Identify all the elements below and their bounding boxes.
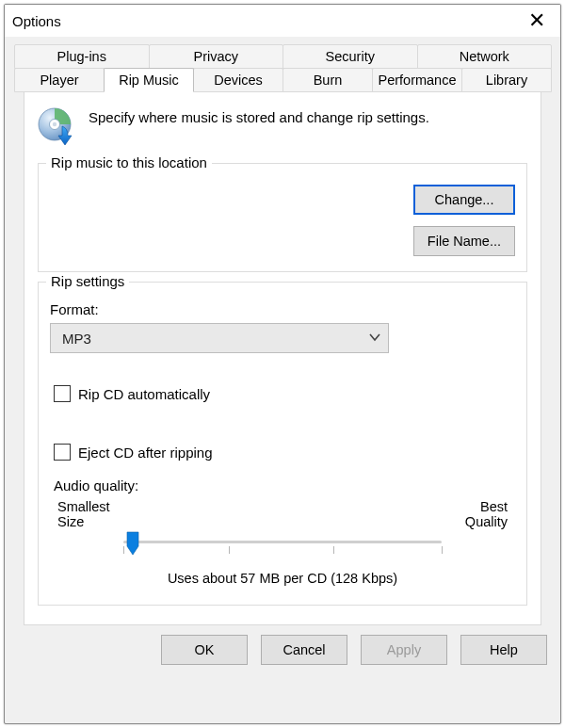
tab-network[interactable]: Network (417, 44, 553, 69)
tab-burn[interactable]: Burn (282, 68, 373, 92)
tab-devices[interactable]: Devices (193, 68, 283, 92)
window-title: Options (12, 13, 521, 29)
file-name-button[interactable]: File Name... (413, 226, 515, 256)
dialog-buttons: OK Cancel Apply Help (5, 625, 560, 678)
tab-performance[interactable]: Performance (372, 68, 462, 92)
tab-privacy[interactable]: Privacy (149, 44, 284, 69)
help-button[interactable]: Help (460, 635, 547, 665)
tab-plugins[interactable]: Plug-ins (14, 44, 150, 69)
intro-row: Specify where music is stored and change… (36, 105, 529, 150)
tabs-container: Plug-ins Privacy Security Network Player… (5, 37, 560, 625)
group-rip-settings-legend: Rip settings (46, 273, 129, 289)
slider-right-label-2: Quality (465, 514, 508, 529)
cancel-button[interactable]: Cancel (261, 635, 347, 665)
titlebar: Options ✕ (5, 5, 560, 37)
audio-quality-label: Audio quality: (54, 477, 515, 493)
eject-label: Eject CD after ripping (78, 445, 213, 461)
tab-rip-music[interactable]: Rip Music (104, 68, 194, 92)
eject-checkbox[interactable] (54, 444, 71, 461)
options-dialog: Options ✕ Plug-ins Privacy Security Netw… (4, 4, 561, 724)
tab-row-upper: Plug-ins Privacy Security Network (14, 44, 551, 69)
chevron-down-icon (369, 332, 380, 346)
group-rip-settings: Rip settings Format: MP3 Rip CD automati… (38, 282, 527, 606)
format-dropdown[interactable]: MP3 (50, 323, 389, 353)
auto-rip-label: Rip CD automatically (78, 386, 210, 402)
slider-track (123, 541, 442, 543)
auto-rip-checkbox[interactable] (54, 385, 71, 402)
apply-button[interactable]: Apply (361, 635, 447, 665)
tab-security[interactable]: Security (282, 44, 418, 69)
rip-music-icon (36, 105, 77, 150)
intro-text: Specify where music is stored and change… (89, 105, 429, 125)
eject-row[interactable]: Eject CD after ripping (54, 444, 515, 461)
slider-left-label-1: Smallest (57, 499, 110, 514)
format-dropdown-value: MP3 (62, 331, 91, 347)
auto-rip-row[interactable]: Rip CD automatically (54, 385, 515, 402)
close-icon[interactable]: ✕ (521, 8, 553, 33)
group-rip-location: Rip music to this location Change... Fil… (38, 163, 527, 272)
tab-panel-rip-music: Specify where music is stored and change… (24, 92, 541, 625)
tab-library[interactable]: Library (461, 68, 552, 92)
group-rip-location-legend: Rip music to this location (46, 154, 212, 170)
slider-left-label-2: Size (57, 514, 110, 529)
slider-thumb[interactable] (126, 531, 139, 556)
ok-button[interactable]: OK (161, 635, 248, 665)
format-label: Format: (50, 301, 515, 317)
audio-quality-slider[interactable] (123, 535, 442, 565)
tab-row-lower: Player Rip Music Devices Burn Performanc… (14, 68, 551, 92)
change-location-button[interactable]: Change... (413, 185, 515, 215)
tab-player[interactable]: Player (14, 68, 105, 92)
slider-end-labels: Smallest Size Best Quality (57, 499, 508, 529)
audio-quality-slider-zone: Smallest Size Best Quality (50, 499, 515, 586)
slider-info-text: Uses about 57 MB per CD (128 Kbps) (57, 571, 508, 586)
svg-point-2 (53, 122, 56, 126)
slider-right-label-1: Best (465, 499, 508, 514)
